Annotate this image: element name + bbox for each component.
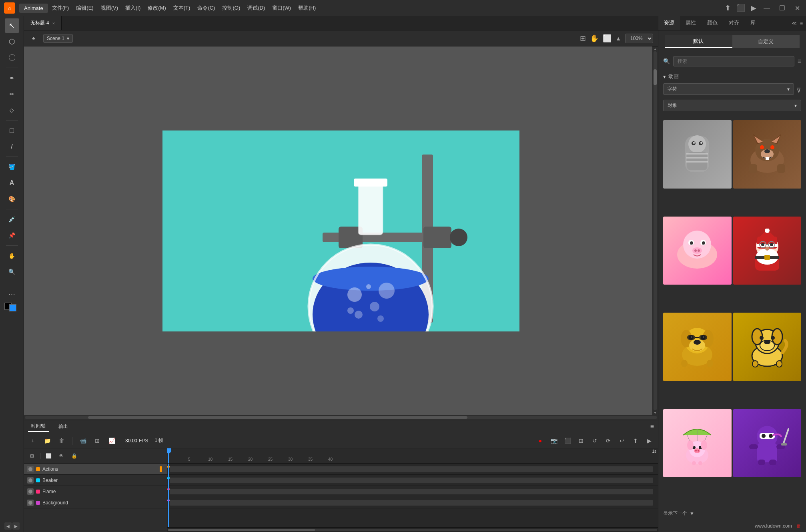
lasso-tool[interactable]: 〇 (5, 50, 19, 65)
menu-window[interactable]: 窗口(W) (272, 4, 291, 12)
menu-text[interactable]: 文本(T) (173, 4, 190, 12)
eyedropper-tool[interactable]: 💉 (5, 212, 19, 227)
menu-debug[interactable]: 调试(D) (247, 4, 265, 12)
export-btn[interactable]: ⬆ (630, 435, 641, 446)
canvas-vscroll[interactable]: ▲ ▼ (652, 46, 658, 415)
tab-close-btn[interactable]: × (52, 21, 55, 26)
more-tools[interactable]: … (5, 285, 19, 299)
lock-icon[interactable]: 🔒 (69, 451, 79, 461)
screen-icon[interactable]: ⬛ (736, 4, 745, 12)
menu-edit[interactable]: 编辑(E) (76, 4, 93, 12)
graph-btn[interactable]: 📈 (106, 435, 117, 446)
tab-properties[interactable]: 属性 (680, 16, 702, 30)
asset-dog2[interactable] (733, 313, 802, 381)
layer-mode-btn[interactable]: ⊞ (92, 435, 103, 446)
play-icon[interactable]: ▶ (751, 4, 756, 12)
layer-actions[interactable]: Actions (24, 464, 167, 475)
object-dropdown[interactable]: 对象 ▾ (663, 100, 801, 111)
rp-expand-icon[interactable]: ≪ (792, 20, 797, 26)
tab-library[interactable]: 库 (745, 16, 761, 30)
search-input[interactable] (673, 56, 794, 66)
hand-tool[interactable]: ✋ (5, 249, 19, 263)
asset-pig[interactable]: × × (663, 217, 732, 285)
default-btn[interactable]: 默认 (665, 35, 732, 48)
fill-tool[interactable]: 🪣 (5, 160, 19, 174)
pin-tool[interactable]: 📌 (5, 228, 19, 243)
fill-color-swatch[interactable] (9, 304, 16, 311)
list-view-icon[interactable]: ≡ (798, 58, 801, 65)
camera2-btn[interactable]: 📷 (548, 435, 559, 446)
loop-btn[interactable]: ↺ (589, 435, 600, 446)
zoom-select[interactable]: 100% 50% 200% (625, 34, 653, 43)
asset-mummy[interactable] (663, 120, 732, 189)
menu-file[interactable]: 文件(F) (52, 4, 69, 12)
canvas-hscroll[interactable] (24, 415, 658, 420)
prev-frame-btn[interactable]: ◀ (4, 522, 12, 530)
minimize-button[interactable]: — (762, 3, 772, 13)
layer-beaker[interactable]: Beaker (24, 475, 167, 486)
folder-btn[interactable]: 📁 (42, 435, 53, 446)
canvas-settings-icon[interactable]: ♣ (29, 34, 38, 43)
character-dropdown[interactable]: 字符 ▾ (663, 83, 794, 95)
tab-assets[interactable]: 资源 (658, 16, 680, 30)
play-tl-btn[interactable]: ▶ (644, 435, 655, 446)
tab-align[interactable]: 对齐 (723, 16, 745, 30)
timeline-menu-icon[interactable]: ≡ (650, 423, 654, 430)
canvas-frame-icon[interactable]: ⬜ (603, 34, 612, 43)
tab-timeline[interactable]: 时间轴 (28, 421, 49, 432)
layer-flame[interactable]: Flame (24, 486, 167, 497)
subselect-tool[interactable]: ⬡ (5, 34, 19, 49)
pen-tool[interactable]: ✒ (5, 71, 19, 85)
camera-btn[interactable]: 📹 (77, 435, 88, 446)
canvas-align-icon[interactable]: ⊞ (580, 34, 586, 43)
gradient-tool[interactable]: 🎨 (5, 192, 19, 206)
filter-icon[interactable]: ⊽ (796, 86, 801, 94)
delete-icon[interactable]: 🗑 (796, 523, 801, 529)
record-btn[interactable]: ● (535, 435, 546, 446)
tab-output[interactable]: 输出 (55, 422, 71, 432)
line-tool[interactable]: / (5, 139, 19, 154)
menu-modify[interactable]: 修改(M) (148, 4, 166, 12)
maximize-button[interactable]: ❐ (777, 3, 787, 13)
text-tool[interactable]: A (5, 176, 19, 190)
timeline-hscroll[interactable] (167, 527, 658, 532)
asset-ninja[interactable] (733, 409, 802, 478)
show-more-btn[interactable]: 显示下一个 ▼ (658, 507, 806, 520)
tab-color[interactable]: 颜色 (702, 16, 723, 30)
zoom-tool[interactable]: 🔍 (5, 265, 19, 279)
sync-btn[interactable]: ⟳ (603, 435, 614, 446)
stop-btn[interactable]: ⬛ (562, 435, 573, 446)
custom-btn[interactable]: 自定义 (732, 35, 800, 48)
menu-control[interactable]: 控制(O) (222, 4, 240, 12)
visible-icon[interactable]: 👁 (56, 451, 66, 461)
canvas-hand-icon[interactable]: ✋ (590, 34, 599, 43)
close-button[interactable]: ✕ (792, 3, 802, 13)
add-layer-btn[interactable]: + (27, 435, 38, 446)
menu-help[interactable]: 帮助(H) (298, 4, 316, 12)
layers-icon[interactable]: ⊞ (27, 451, 37, 461)
frame-icon[interactable]: ⬜ (44, 451, 53, 461)
rp-menu-icon[interactable]: ≡ (800, 20, 803, 26)
canvas-up-icon[interactable]: ▲ (616, 35, 621, 42)
asset-pig2[interactable] (663, 409, 732, 478)
menu-insert[interactable]: 插入(I) (125, 4, 140, 12)
snap-btn[interactable]: ⊞ (575, 435, 587, 446)
eraser-tool[interactable]: ◇ (5, 103, 19, 117)
tab-document[interactable]: 无标题-4 × (24, 16, 62, 30)
asset-santa[interactable] (733, 217, 802, 285)
export-icon[interactable]: ⬆ (725, 4, 731, 12)
menu-view[interactable]: 视图(V) (101, 4, 118, 12)
undo-tl-btn[interactable]: ↩ (616, 435, 628, 446)
home-icon[interactable]: ⌂ (4, 2, 15, 14)
menu-command[interactable]: 命令(C) (197, 4, 215, 12)
asset-wolf[interactable] (733, 120, 802, 189)
next-frame-btn[interactable]: ▶ (12, 522, 20, 530)
brush-tool[interactable]: ✏ (5, 87, 19, 101)
select-tool[interactable]: ↖ (5, 18, 19, 33)
svg-rect-24 (686, 157, 708, 159)
scene-select[interactable]: Scene 1 ▾ (43, 34, 73, 43)
asset-dog1[interactable] (663, 313, 732, 381)
rect-tool[interactable]: □ (5, 123, 19, 138)
layer-background[interactable]: Background (24, 497, 167, 508)
delete-layer-btn[interactable]: 🗑 (56, 435, 67, 446)
